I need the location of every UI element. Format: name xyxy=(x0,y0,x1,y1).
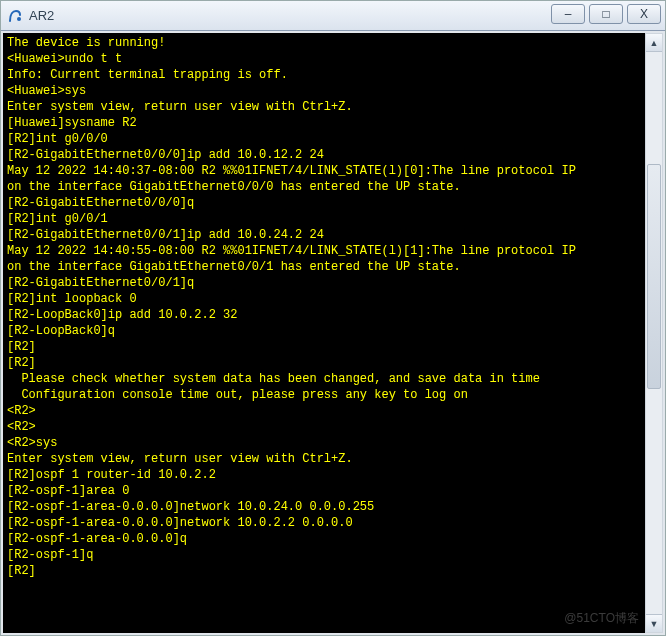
ensp-icon xyxy=(7,8,23,24)
terminal-line: [R2]int loopback 0 xyxy=(7,291,641,307)
terminal-line: Please check whether system data has bee… xyxy=(7,371,641,387)
terminal-line: [R2] xyxy=(7,563,641,579)
terminal-line: Enter system view, return user view with… xyxy=(7,99,641,115)
window-title: AR2 xyxy=(29,8,54,23)
client-area: The device is running!<Huawei>undo t tIn… xyxy=(1,31,665,635)
terminal-line: [R2-GigabitEthernet0/0/0]q xyxy=(7,195,641,211)
minimize-button[interactable]: – xyxy=(551,4,585,24)
terminal-line: May 12 2022 14:40:55-08:00 R2 %%01IFNET/… xyxy=(7,243,641,259)
scroll-thumb[interactable] xyxy=(647,164,661,389)
terminal-line: <Huawei>undo t t xyxy=(7,51,641,67)
terminal-line: [R2-ospf-1-area-0.0.0.0]q xyxy=(7,531,641,547)
terminal-line: Configuration console time out, please p… xyxy=(7,387,641,403)
terminal-line: [R2-ospf-1-area-0.0.0.0]network 10.0.2.2… xyxy=(7,515,641,531)
svg-point-0 xyxy=(17,17,21,21)
terminal-line: <R2> xyxy=(7,403,641,419)
terminal-line: [R2]int g0/0/1 xyxy=(7,211,641,227)
terminal-line: The device is running! xyxy=(7,35,641,51)
title-bar[interactable]: AR2 – □ X xyxy=(1,1,665,31)
scroll-down-button[interactable]: ▼ xyxy=(646,614,662,632)
close-button[interactable]: X xyxy=(627,4,661,24)
terminal[interactable]: The device is running!<Huawei>undo t tIn… xyxy=(3,33,645,633)
terminal-line: [R2-GigabitEthernet0/0/0]ip add 10.0.12.… xyxy=(7,147,641,163)
terminal-line: on the interface GigabitEthernet0/0/0 ha… xyxy=(7,179,641,195)
terminal-line: [R2]ospf 1 router-id 10.0.2.2 xyxy=(7,467,641,483)
terminal-line: <R2> xyxy=(7,419,641,435)
window-controls: – □ X xyxy=(551,4,661,24)
scroll-up-button[interactable]: ▲ xyxy=(646,34,662,52)
terminal-line: May 12 2022 14:40:37-08:00 R2 %%01IFNET/… xyxy=(7,163,641,179)
terminal-line: [R2]int g0/0/0 xyxy=(7,131,641,147)
terminal-line: [R2-LoopBack0]q xyxy=(7,323,641,339)
terminal-line: [Huawei]sysname R2 xyxy=(7,115,641,131)
terminal-line: [R2-ospf-1-area-0.0.0.0]network 10.0.24.… xyxy=(7,499,641,515)
terminal-line: Info: Current terminal trapping is off. xyxy=(7,67,641,83)
maximize-button[interactable]: □ xyxy=(589,4,623,24)
window: AR2 – □ X The device is running!<Huawei>… xyxy=(0,0,666,636)
terminal-line: [R2-LoopBack0]ip add 10.0.2.2 32 xyxy=(7,307,641,323)
terminal-line: <R2>sys xyxy=(7,435,641,451)
terminal-line: [R2-ospf-1]area 0 xyxy=(7,483,641,499)
terminal-line: [R2-GigabitEthernet0/0/1]q xyxy=(7,275,641,291)
terminal-line: [R2] xyxy=(7,339,641,355)
terminal-line: on the interface GigabitEthernet0/0/1 ha… xyxy=(7,259,641,275)
terminal-line: [R2-GigabitEthernet0/0/1]ip add 10.0.24.… xyxy=(7,227,641,243)
scroll-track[interactable] xyxy=(646,52,662,614)
terminal-line: [R2] xyxy=(7,355,641,371)
terminal-line: Enter system view, return user view with… xyxy=(7,451,641,467)
terminal-line: [R2-ospf-1]q xyxy=(7,547,641,563)
scrollbar[interactable]: ▲ ▼ xyxy=(645,33,663,633)
terminal-line: <Huawei>sys xyxy=(7,83,641,99)
